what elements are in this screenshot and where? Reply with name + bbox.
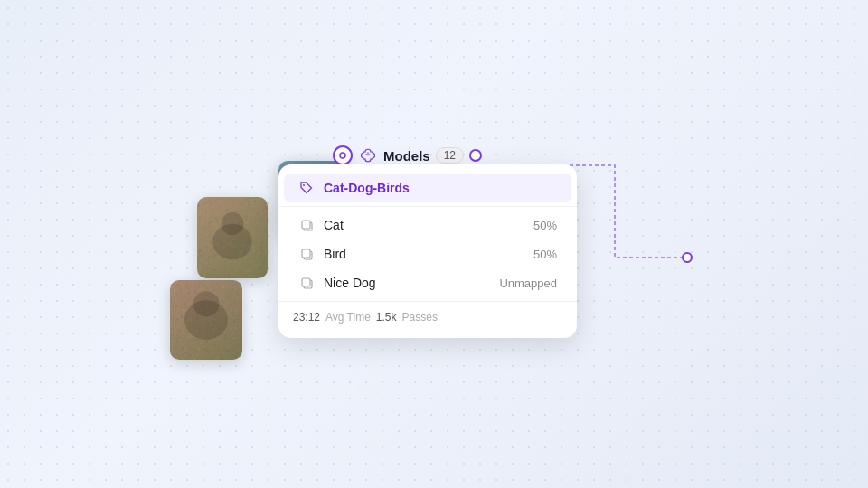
divider-1 [278,206,577,207]
bird-label: Bird [324,247,533,261]
connector-line [570,158,714,276]
models-circle-icon [333,145,353,165]
copy-icon-cat [298,217,315,233]
brain-icon [358,145,378,165]
model-row-nice-dog[interactable]: Nice Dog Unmapped [284,268,571,297]
selected-model-label: Cat-Dog-Birds [324,181,557,195]
svg-point-1 [683,253,692,262]
card-footer: 23:12 Avg Time 1.5k Passes [278,305,577,325]
cat-label: Cat [324,218,533,232]
models-count-badge: 12 [436,147,464,164]
copy-icon-bird [298,246,315,262]
thumbnail-cat [170,280,242,360]
svg-point-2 [303,184,305,186]
selected-model-row[interactable]: Cat-Dog-Birds [284,174,571,202]
avg-time-label: Avg Time [326,311,371,324]
nice-dog-label: Nice Dog [324,276,499,290]
tag-icon [298,180,315,196]
models-card: Cat-Dog-Birds Cat 50% Bird 50% [278,164,577,338]
nice-dog-value: Unmapped [499,277,557,290]
model-row-bird[interactable]: Bird 50% [284,239,571,268]
bird-value: 50% [533,248,557,261]
divider-2 [278,301,577,302]
passes-label: Passes [402,311,438,324]
model-row-cat[interactable]: Cat 50% [284,211,571,239]
passes-value: 1.5k [376,311,397,324]
models-header: Models 12 [333,145,482,165]
copy-icon-nice-dog [298,275,315,291]
cat-value: 50% [533,219,557,232]
svg-rect-4 [302,221,310,229]
svg-rect-6 [302,249,310,258]
svg-rect-8 [302,278,310,286]
thumbnail-dog [197,197,268,278]
connector-dot [469,149,482,162]
svg-point-0 [340,153,345,158]
models-title: Models [383,148,430,164]
avg-time-value: 23:12 [293,311,320,324]
scene: Models 12 Cat-Dog-Birds [0,0,868,488]
